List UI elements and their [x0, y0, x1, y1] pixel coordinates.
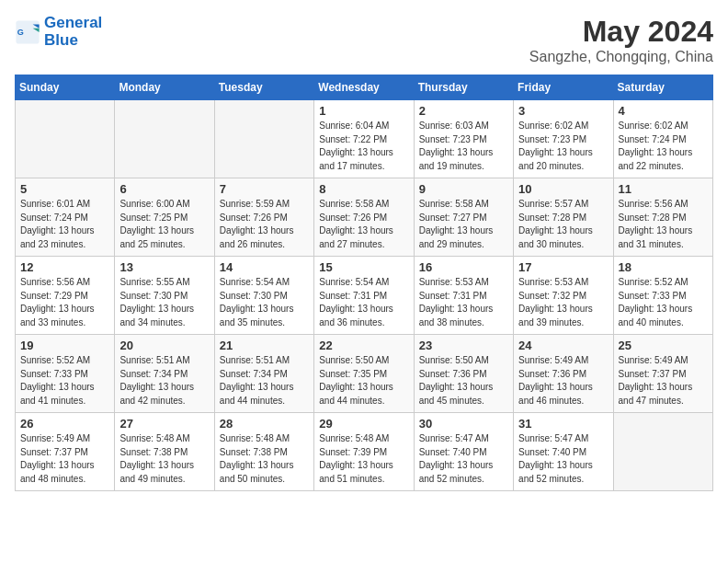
day-info: Sunrise: 5:53 AMSunset: 7:31 PMDaylight:…	[419, 276, 508, 329]
day-number: 31	[518, 417, 608, 431]
calendar-cell: 9Sunrise: 5:58 AMSunset: 7:27 PMDaylight…	[414, 178, 513, 257]
title-block: May 2024 Sangzhe, Chongqing, China	[529, 15, 713, 65]
day-info: Sunrise: 5:49 AMSunset: 7:36 PMDaylight:…	[518, 354, 608, 408]
calendar-cell: 22Sunrise: 5:50 AMSunset: 7:35 PMDayligh…	[314, 335, 414, 413]
day-number: 14	[220, 260, 309, 274]
day-info: Sunrise: 5:52 AMSunset: 7:33 PMDaylight:…	[20, 354, 109, 408]
svg-text:G: G	[17, 27, 24, 36]
day-info: Sunrise: 5:50 AMSunset: 7:35 PMDaylight:…	[319, 354, 408, 408]
day-number: 6	[119, 182, 209, 196]
day-info: Sunrise: 5:47 AMSunset: 7:40 PMDaylight:…	[518, 432, 608, 486]
day-number: 23	[419, 339, 508, 352]
day-info: Sunrise: 5:52 AMSunset: 7:33 PMDaylight:…	[619, 276, 708, 329]
day-info: Sunrise: 5:47 AMSunset: 7:40 PMDaylight:…	[419, 432, 508, 486]
day-number: 30	[419, 417, 508, 431]
calendar-cell: 25Sunrise: 5:49 AMSunset: 7:37 PMDayligh…	[613, 335, 712, 413]
day-number: 9	[419, 182, 508, 196]
calendar-table: SundayMondayTuesdayWednesdayThursdayFrid…	[15, 75, 713, 491]
day-number: 4	[619, 104, 708, 118]
weekday-header: Friday	[514, 75, 613, 100]
day-number: 3	[518, 104, 608, 118]
day-number: 18	[619, 260, 708, 274]
day-info: Sunrise: 6:02 AMSunset: 7:23 PMDaylight:…	[518, 120, 608, 173]
calendar-cell: 2Sunrise: 6:03 AMSunset: 7:23 PMDaylight…	[414, 100, 513, 178]
day-info: Sunrise: 5:48 AMSunset: 7:38 PMDaylight:…	[220, 432, 309, 486]
day-number: 29	[319, 417, 408, 431]
day-info: Sunrise: 6:04 AMSunset: 7:22 PMDaylight:…	[319, 120, 408, 173]
calendar-cell: 28Sunrise: 5:48 AMSunset: 7:38 PMDayligh…	[214, 413, 313, 491]
calendar-cell: 5Sunrise: 6:01 AMSunset: 7:24 PMDaylight…	[16, 178, 115, 257]
calendar-cell: 10Sunrise: 5:57 AMSunset: 7:28 PMDayligh…	[514, 178, 613, 257]
logo-line1: General	[44, 15, 102, 32]
weekday-header: Saturday	[613, 75, 712, 100]
calendar-cell: 17Sunrise: 5:53 AMSunset: 7:32 PMDayligh…	[514, 257, 613, 335]
calendar-cell	[613, 413, 712, 491]
calendar-cell: 24Sunrise: 5:49 AMSunset: 7:36 PMDayligh…	[514, 335, 613, 413]
day-number: 20	[119, 339, 209, 352]
logo-line2: Blue	[44, 32, 102, 50]
day-number: 16	[419, 260, 508, 274]
calendar-cell	[16, 100, 115, 178]
day-info: Sunrise: 5:56 AMSunset: 7:28 PMDaylight:…	[619, 198, 708, 251]
calendar-cell	[214, 100, 313, 178]
calendar-cell: 12Sunrise: 5:56 AMSunset: 7:29 PMDayligh…	[16, 257, 115, 335]
day-info: Sunrise: 5:48 AMSunset: 7:38 PMDaylight:…	[119, 432, 209, 486]
weekday-header: Thursday	[414, 75, 513, 100]
day-info: Sunrise: 5:51 AMSunset: 7:34 PMDaylight:…	[220, 354, 309, 408]
day-info: Sunrise: 5:49 AMSunset: 7:37 PMDaylight:…	[619, 354, 708, 408]
day-number: 27	[119, 417, 209, 431]
weekday-header: Tuesday	[214, 75, 313, 100]
calendar-cell: 16Sunrise: 5:53 AMSunset: 7:31 PMDayligh…	[414, 257, 513, 335]
day-info: Sunrise: 5:50 AMSunset: 7:36 PMDaylight:…	[419, 354, 508, 408]
calendar-cell: 1Sunrise: 6:04 AMSunset: 7:22 PMDaylight…	[314, 100, 414, 178]
day-info: Sunrise: 6:00 AMSunset: 7:25 PMDaylight:…	[119, 198, 209, 251]
day-info: Sunrise: 5:56 AMSunset: 7:29 PMDaylight:…	[20, 276, 109, 329]
day-info: Sunrise: 5:58 AMSunset: 7:27 PMDaylight:…	[419, 198, 508, 251]
day-number: 17	[518, 260, 608, 274]
day-number: 12	[20, 260, 109, 274]
day-number: 7	[220, 182, 309, 196]
day-number: 28	[220, 417, 309, 431]
day-number: 26	[20, 417, 109, 431]
calendar-cell: 14Sunrise: 5:54 AMSunset: 7:30 PMDayligh…	[214, 257, 313, 335]
weekday-header: Sunday	[16, 75, 115, 100]
day-info: Sunrise: 5:51 AMSunset: 7:34 PMDaylight:…	[119, 354, 209, 408]
page-header: G General Blue May 2024 Sangzhe, Chongqi…	[15, 15, 713, 65]
day-number: 25	[619, 339, 708, 352]
day-info: Sunrise: 5:58 AMSunset: 7:26 PMDaylight:…	[319, 198, 408, 251]
day-number: 10	[518, 182, 608, 196]
calendar-cell: 27Sunrise: 5:48 AMSunset: 7:38 PMDayligh…	[115, 413, 214, 491]
calendar-cell: 30Sunrise: 5:47 AMSunset: 7:40 PMDayligh…	[414, 413, 513, 491]
calendar-cell: 23Sunrise: 5:50 AMSunset: 7:36 PMDayligh…	[414, 335, 513, 413]
day-info: Sunrise: 6:01 AMSunset: 7:24 PMDaylight:…	[20, 198, 109, 251]
calendar-cell: 26Sunrise: 5:49 AMSunset: 7:37 PMDayligh…	[16, 413, 115, 491]
day-number: 15	[319, 260, 408, 274]
day-info: Sunrise: 6:03 AMSunset: 7:23 PMDaylight:…	[419, 120, 508, 173]
day-info: Sunrise: 5:49 AMSunset: 7:37 PMDaylight:…	[20, 432, 109, 486]
calendar-cell	[115, 100, 214, 178]
day-info: Sunrise: 5:54 AMSunset: 7:30 PMDaylight:…	[220, 276, 309, 329]
day-info: Sunrise: 6:02 AMSunset: 7:24 PMDaylight:…	[619, 120, 708, 173]
day-number: 1	[319, 104, 408, 118]
calendar-cell: 20Sunrise: 5:51 AMSunset: 7:34 PMDayligh…	[115, 335, 214, 413]
logo-icon: G	[15, 19, 40, 45]
day-info: Sunrise: 5:54 AMSunset: 7:31 PMDaylight:…	[319, 276, 408, 329]
day-number: 2	[419, 104, 508, 118]
day-info: Sunrise: 5:59 AMSunset: 7:26 PMDaylight:…	[220, 198, 309, 251]
day-number: 19	[20, 339, 109, 352]
day-number: 5	[20, 182, 109, 196]
day-number: 24	[518, 339, 608, 352]
calendar-cell: 19Sunrise: 5:52 AMSunset: 7:33 PMDayligh…	[16, 335, 115, 413]
day-info: Sunrise: 5:55 AMSunset: 7:30 PMDaylight:…	[119, 276, 209, 329]
calendar-cell: 15Sunrise: 5:54 AMSunset: 7:31 PMDayligh…	[314, 257, 414, 335]
calendar-cell: 13Sunrise: 5:55 AMSunset: 7:30 PMDayligh…	[115, 257, 214, 335]
calendar-cell: 3Sunrise: 6:02 AMSunset: 7:23 PMDaylight…	[514, 100, 613, 178]
calendar-cell: 29Sunrise: 5:48 AMSunset: 7:39 PMDayligh…	[314, 413, 414, 491]
weekday-header: Monday	[115, 75, 214, 100]
weekday-header: Wednesday	[314, 75, 414, 100]
day-info: Sunrise: 5:57 AMSunset: 7:28 PMDaylight:…	[518, 198, 608, 251]
calendar-cell: 7Sunrise: 5:59 AMSunset: 7:26 PMDaylight…	[214, 178, 313, 257]
day-number: 22	[319, 339, 408, 352]
calendar-cell: 31Sunrise: 5:47 AMSunset: 7:40 PMDayligh…	[514, 413, 613, 491]
logo: G General Blue	[15, 15, 102, 49]
